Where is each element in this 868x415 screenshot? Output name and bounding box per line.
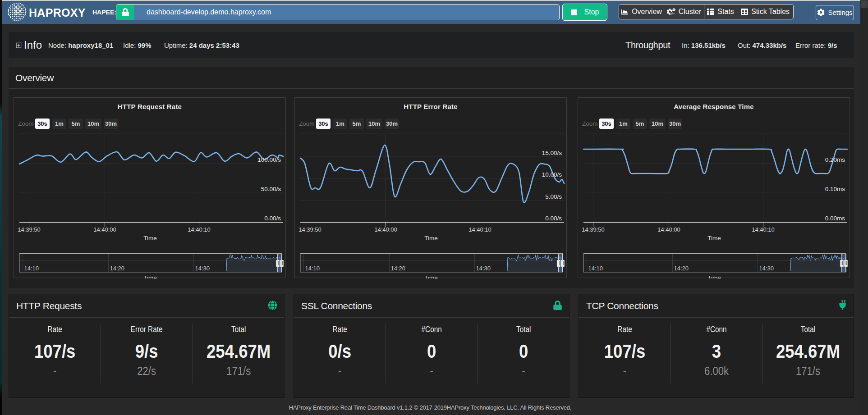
svg-text:5.00/s: 5.00/s — [545, 193, 562, 200]
svg-text:14:20: 14:20 — [110, 265, 125, 272]
svg-text:14:39:50: 14:39:50 — [582, 226, 605, 233]
svg-text:0.00/s: 0.00/s — [264, 215, 281, 222]
svg-text:0.00/s: 0.00/s — [545, 215, 562, 222]
svg-text:14:39:50: 14:39:50 — [18, 226, 41, 233]
svg-text:14:30: 14:30 — [195, 265, 210, 272]
svg-text:14:10: 14:10 — [588, 265, 603, 272]
svg-text:Time: Time — [424, 235, 438, 242]
svg-text:0.00ms: 0.00ms — [825, 215, 845, 222]
svg-text:14:10: 14:10 — [305, 265, 320, 272]
svg-text:14:30: 14:30 — [476, 265, 491, 272]
svg-text:0.10ms: 0.10ms — [825, 186, 845, 192]
svg-text:14:40:00: 14:40:00 — [374, 226, 397, 233]
svg-text:Time: Time — [143, 235, 157, 242]
svg-text:Time: Time — [424, 274, 438, 278]
svg-text:50.00/s: 50.00/s — [261, 186, 281, 192]
svg-text:0.20ms: 0.20ms — [825, 156, 845, 163]
svg-text:100.00/s: 100.00/s — [257, 156, 281, 163]
svg-text:14:40:10: 14:40:10 — [468, 226, 491, 233]
svg-text:14:10: 14:10 — [24, 265, 39, 272]
svg-text:Time: Time — [707, 235, 721, 242]
svg-text:Time: Time — [707, 274, 721, 278]
svg-text:14:40:10: 14:40:10 — [752, 226, 775, 233]
svg-text:14:40:10: 14:40:10 — [188, 226, 211, 233]
svg-text:14:40:00: 14:40:00 — [93, 226, 116, 233]
svg-text:14:39:50: 14:39:50 — [299, 226, 321, 233]
svg-text:10.00/s: 10.00/s — [542, 171, 562, 178]
svg-text:Time: Time — [143, 274, 157, 278]
svg-text:14:20: 14:20 — [674, 265, 689, 272]
svg-text:15.00/s: 15.00/s — [542, 150, 562, 156]
svg-text:14:20: 14:20 — [391, 265, 406, 272]
svg-text:14:40:00: 14:40:00 — [657, 226, 680, 233]
svg-text:14:30: 14:30 — [759, 265, 774, 272]
